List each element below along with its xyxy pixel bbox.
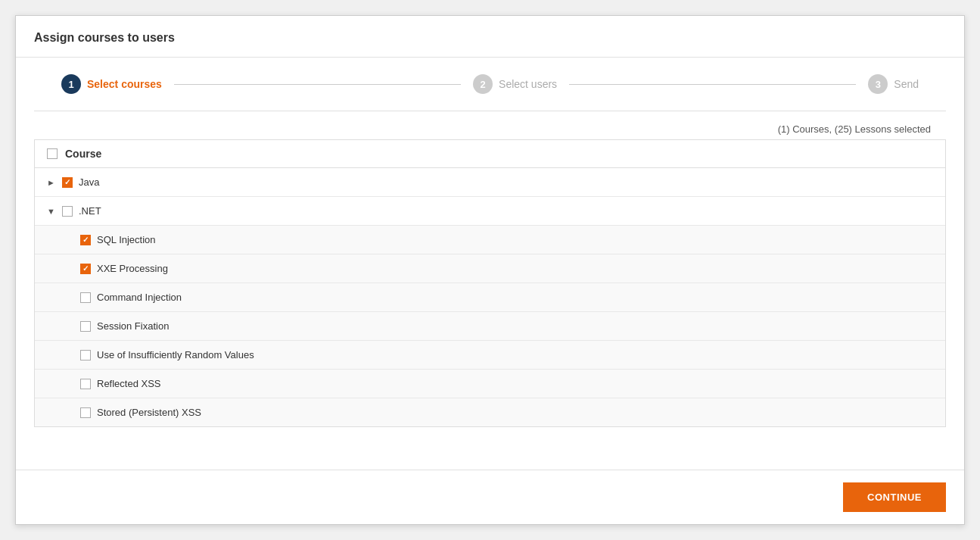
step-3-label: Send [894,78,919,90]
header-checkbox[interactable] [47,148,58,159]
table-row: Command Injection [35,283,945,312]
step-2: 2 Select users [473,74,557,94]
step-3-circle: 3 [868,74,888,94]
row-label: Use of Insufficiently Random Values [97,349,254,361]
row-checkbox[interactable] [62,177,73,188]
table-row: XXE Processing [35,254,945,283]
main-window: Assign courses to users 1 Select courses… [15,15,965,525]
step-2-label: Select users [499,78,557,90]
row-label: Session Fixation [97,320,169,332]
table-row: Reflected XSS [35,370,945,398]
table-row: Stored (Persistent) XSS [35,398,945,426]
continue-button[interactable]: CONTINUE [843,482,946,512]
table-row: SQL Injection [35,226,945,254]
table-body[interactable]: ► Java ▼ .NET SQL Injection [35,168,945,426]
expand-spacer [65,408,77,417]
step-1-label: Select courses [87,78,162,90]
step-1: 1 Select courses [61,74,162,94]
row-label: Reflected XSS [97,378,161,389]
table-row: Session Fixation [35,312,945,341]
selection-info: (1) Courses, (25) Lessons selected [34,123,946,135]
expand-spacer [65,293,77,302]
step-line-2 [569,84,856,85]
row-checkbox[interactable] [80,379,91,389]
expand-icon[interactable]: ► [47,178,59,187]
row-label: .NET [79,205,101,217]
page-title: Assign courses to users [16,16,964,58]
stepper: 1 Select courses 2 Select users 3 Send [16,58,964,111]
step-3: 3 Send [868,74,919,94]
expand-spacer [65,351,77,360]
row-checkbox[interactable] [62,206,73,217]
row-label: SQL Injection [97,234,156,245]
course-table: Course ► Java ▼ .NET [34,139,946,427]
row-checkbox[interactable] [80,321,91,332]
expand-spacer [65,322,77,331]
row-label: Java [79,176,99,188]
row-label: Stored (Persistent) XSS [97,407,201,418]
step-1-circle: 1 [61,74,81,94]
step-2-circle: 2 [473,74,493,94]
step-line-1 [174,84,461,85]
row-label: Command Injection [97,292,182,303]
table-header: Course [35,140,945,168]
expand-icon[interactable]: ▼ [47,207,59,216]
table-header-label: Course [65,148,101,160]
table-row: Use of Insufficiently Random Values [35,341,945,370]
footer: CONTINUE [16,470,964,524]
expand-spacer [65,236,77,245]
table-row: ► Java [35,168,945,197]
row-checkbox[interactable] [80,292,91,303]
expand-spacer [65,264,77,273]
row-checkbox[interactable] [80,407,91,418]
row-label: XXE Processing [97,263,168,274]
content-area: (1) Courses, (25) Lessons selected Cours… [16,111,964,470]
table-row: ▼ .NET [35,197,945,226]
row-checkbox[interactable] [80,264,91,274]
row-checkbox[interactable] [80,235,91,245]
row-checkbox[interactable] [80,350,91,361]
expand-spacer [65,379,77,389]
